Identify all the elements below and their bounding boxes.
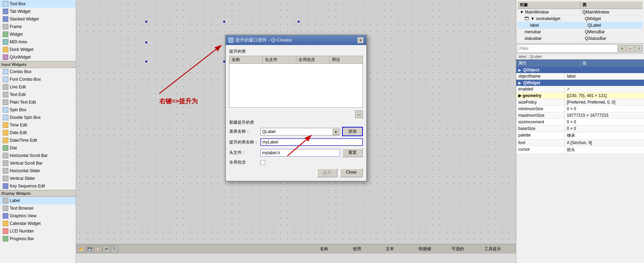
filter-label: label : QLabel bbox=[516, 54, 644, 60]
props-val-maximumsize: 16777215 × 16777215 bbox=[565, 112, 644, 119]
new-class-section: 新建提升的类 基类名称： QLabel ▼ 添加 提升的类名称： bbox=[229, 120, 363, 165]
header-file-row: 头文件： 重置 bbox=[229, 148, 363, 157]
sidebar-item-keyseqedit[interactable]: Key Sequence Edit bbox=[0, 182, 76, 190]
tab-icon bbox=[3, 9, 8, 14]
props-row-cursor[interactable]: cursor 箭头 bbox=[516, 146, 644, 154]
promoted-class-input[interactable] bbox=[260, 138, 363, 146]
obj-cell-mainwindow-name: ▼ MainWindow bbox=[518, 9, 580, 15]
props-row-sizeincrement[interactable]: sizeIncrement 0 × 0 bbox=[516, 119, 644, 125]
combo-icon bbox=[3, 69, 8, 74]
obj-row-menubar[interactable]: menubar QMenuBar bbox=[518, 29, 643, 35]
col-name: 名称 bbox=[230, 56, 263, 63]
sidebar-item-combobox[interactable]: Combo Box bbox=[0, 68, 76, 76]
props-key-palette: palette bbox=[516, 132, 565, 139]
filter-add-button[interactable]: + bbox=[618, 45, 626, 52]
dial-icon bbox=[3, 145, 8, 151]
obj-cell-statusbar-name: statusbar bbox=[518, 35, 583, 42]
col-usage: 用法 bbox=[330, 56, 363, 63]
sidebar-item-progressbar[interactable]: Progress Bar bbox=[0, 235, 76, 243]
filter-input[interactable] bbox=[518, 44, 618, 53]
sidebar-item-mdiarea[interactable]: MDI Area bbox=[0, 38, 76, 46]
obj-col-class: 类 bbox=[580, 1, 643, 9]
props-key-minimumsize: minimumSize bbox=[516, 106, 565, 112]
props-val-minimumsize: 0 × 0 bbox=[565, 106, 644, 112]
filter-reset-button[interactable]: ↺ bbox=[635, 45, 643, 52]
sidebar-item-doublespinbox[interactable]: Double Spin Box bbox=[0, 114, 76, 121]
sidebar-item-fontcombobox[interactable]: Font Combo Box bbox=[0, 76, 76, 83]
sidebar-item-vscrollbar[interactable]: Vertical Scroll Bar bbox=[0, 159, 76, 167]
obj-row-statusbar[interactable]: statusbar QStatusBar bbox=[518, 35, 643, 42]
sidebar-item-lcdnumber[interactable]: LCD Number bbox=[0, 227, 76, 235]
props-row-objectname[interactable]: objectName label bbox=[516, 73, 644, 80]
timeedit-icon bbox=[3, 122, 8, 128]
props-row-basesize[interactable]: baseSize 0 × 0 bbox=[516, 125, 644, 132]
props-row-font[interactable]: font A [SimSun, 9] bbox=[516, 140, 644, 146]
main-area: 右键=>提升为 📂 💾 📋 ✂ 🔧 名称 使用 文本 bbox=[76, 0, 516, 263]
base-class-combo[interactable]: QLabel ▼ bbox=[260, 128, 340, 135]
sidebar-item-vslider[interactable]: Vertical Slider bbox=[0, 175, 76, 182]
props-val-geometry: [(230, 70), 481 × 121] bbox=[565, 93, 644, 99]
props-key-font: font bbox=[516, 140, 565, 146]
sidebar-item-textbrowser[interactable]: Text Browser bbox=[0, 204, 76, 212]
header-file-input[interactable] bbox=[260, 149, 340, 157]
props-val-enabled: ✓ bbox=[565, 86, 644, 92]
add-button[interactable]: 添加 bbox=[342, 127, 363, 136]
sidebar-item-stackedwidget[interactable]: Stacked Widget bbox=[0, 15, 76, 23]
props-row-palette[interactable]: palette 继承 bbox=[516, 132, 644, 140]
props-section-qobject[interactable]: ▶ QObject bbox=[516, 67, 644, 73]
sidebar-item-widget[interactable]: Widget bbox=[0, 30, 76, 38]
sidebar-item-label[interactable]: Label bbox=[0, 197, 76, 204]
sidebar-item-spinbox[interactable]: Spin Box bbox=[0, 106, 76, 114]
obj-row-mainwindow[interactable]: ▼ MainWindow QMainWindow bbox=[518, 9, 643, 16]
dialog-body: 提升的类 名称 头文件 全局包含 用法 — 新建提 bbox=[226, 45, 366, 181]
promote-button[interactable]: 提升 bbox=[317, 168, 338, 177]
sidebar-item-qaxwidget[interactable]: QAxWidget bbox=[0, 53, 76, 61]
sidebar-item-hscrollbar[interactable]: Horizontal Scroll Bar bbox=[0, 152, 76, 159]
combo-arrow-icon[interactable]: ▼ bbox=[333, 129, 339, 135]
props-row-maximumsize[interactable]: maximumSize 16777215 × 16777215 bbox=[516, 112, 644, 119]
props-val-sizepolicy: [Preferred, Preferred, 0, 0] bbox=[565, 99, 644, 105]
frame-icon bbox=[3, 24, 8, 29]
sidebar-item-plaintextedit[interactable]: Plain Text Edit bbox=[0, 98, 76, 106]
filter-remove-button[interactable]: − bbox=[627, 45, 634, 52]
qwidget-expand-arrow: ▶ bbox=[518, 81, 521, 85]
collapse-button[interactable]: — bbox=[355, 111, 363, 118]
sidebar-item-tabwidget[interactable]: Tab Widget bbox=[0, 8, 76, 15]
sidebar-item-frame[interactable]: Frame bbox=[0, 23, 76, 30]
props-row-enabled[interactable]: enabled ✓ bbox=[516, 86, 644, 93]
props-key-basesize: baseSize bbox=[516, 125, 565, 132]
sidebar-item-toolbox[interactable]: Tool Box bbox=[0, 0, 76, 8]
sidebar-item-graphicsview[interactable]: Graphics View bbox=[0, 212, 76, 220]
sidebar-item-lineedit[interactable]: Line Edit bbox=[0, 83, 76, 91]
expand-arrow-mainwindow: ▼ bbox=[520, 10, 525, 15]
sidebar-item-textedit[interactable]: Text Edit bbox=[0, 91, 76, 98]
obj-row-label[interactable]: label QLabel bbox=[518, 22, 643, 29]
props-row-minimumsize[interactable]: minimumSize 0 × 0 bbox=[516, 106, 644, 112]
sidebar-item-timeedit[interactable]: Time Edit bbox=[0, 121, 76, 129]
obj-cell-label-class: QLabel bbox=[585, 22, 643, 28]
props-section-qwidget[interactable]: ▶ QWidget bbox=[516, 80, 644, 86]
dialog-title: 提升的窗口部件 - Qt Creator bbox=[235, 37, 292, 43]
sidebar-item-dockwidget[interactable]: Dock Widget bbox=[0, 46, 76, 53]
dialog-overlay: 提升的窗口部件 - Qt Creator ✕ 提升的类 名称 头文件 全局包含 … bbox=[76, 0, 516, 263]
sidebar-item-calendarwidget[interactable]: Calendar Widget bbox=[0, 220, 76, 227]
props-row-geometry[interactable]: ▶ geometry [(230, 70), 481 × 121] bbox=[516, 93, 644, 99]
sidebar-item-dateedit[interactable]: Date Edit bbox=[0, 129, 76, 137]
obj-row-centralwidget[interactable]: 🗔 ▼ centralwidget QWidget bbox=[518, 16, 643, 22]
global-include-checkbox[interactable] bbox=[260, 160, 265, 165]
textbrowser-icon bbox=[3, 205, 8, 211]
vslider-icon bbox=[3, 176, 8, 181]
props-row-sizepolicy[interactable]: sizePolicy [Preferred, Preferred, 0, 0] bbox=[516, 99, 644, 106]
reset-button[interactable]: 重置 bbox=[342, 148, 363, 157]
sidebar-item-datetimeedit[interactable]: Date/Time Edit bbox=[0, 137, 76, 144]
obj-cell-centralwidget-name: 🗔 ▼ centralwidget bbox=[518, 16, 583, 22]
sidebar-item-dial[interactable]: Dial bbox=[0, 144, 76, 152]
close-button[interactable]: Close bbox=[340, 168, 363, 177]
qobject-expand-arrow: ▶ bbox=[518, 68, 521, 72]
toolbox-icon bbox=[3, 1, 8, 7]
props-col-val: 值 bbox=[580, 60, 644, 67]
sidebar-item-hslider[interactable]: Horizontal Slider bbox=[0, 167, 76, 175]
dialog-close-button[interactable]: ✕ bbox=[357, 37, 364, 43]
display-widgets-header: Display Widgets bbox=[0, 190, 76, 197]
object-tree-section: 对象 类 ▼ MainWindow QMainWindow 🗔 ▼ centra… bbox=[516, 0, 644, 44]
